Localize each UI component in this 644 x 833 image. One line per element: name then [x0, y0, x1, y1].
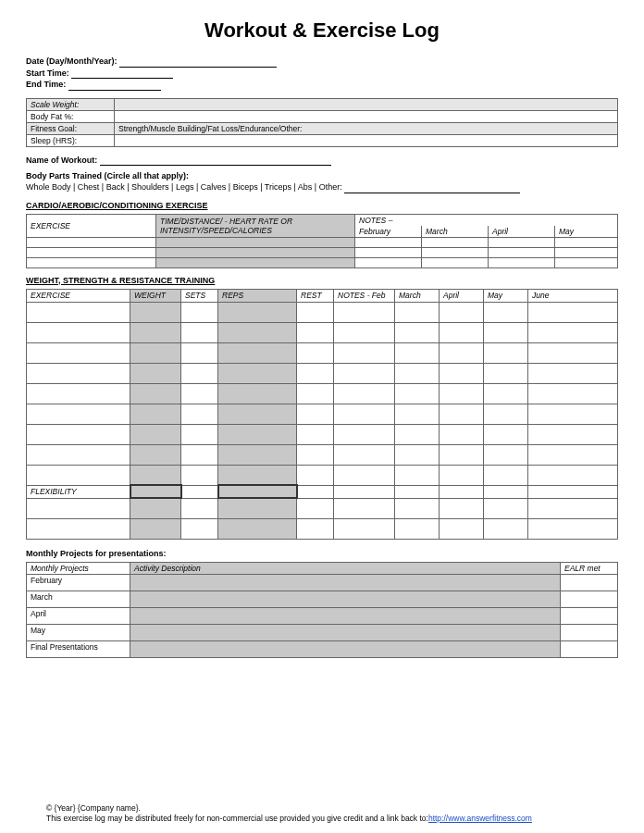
strength-heading: WEIGHT, STRENGTH & RESISTANCE TRAINING [26, 276, 618, 285]
projects-row-0: February [27, 574, 130, 591]
strength-month-3: June [528, 289, 618, 302]
strength-col-rest: REST [297, 289, 334, 302]
fitness-goal-label: Fitness Goal: [27, 122, 115, 134]
sleep-value [115, 134, 618, 146]
cardio-month-0: February [355, 226, 422, 238]
body-fat-value [115, 110, 618, 122]
cardio-col-time: TIME/DISTANCE/ - HEART RATE OR INTENSITY… [156, 214, 355, 237]
strength-month-2: May [484, 289, 528, 302]
cardio-table: EXERCISE TIME/DISTANCE/ - HEART RATE OR … [26, 214, 618, 268]
strength-col-sets: SETS [181, 289, 218, 302]
strength-month-0: March [395, 289, 440, 302]
body-parts-section: Body Parts Trained (Circle all that appl… [26, 171, 618, 193]
flexibility-label: FLEXIBILITY [27, 485, 130, 498]
cardio-col-exercise: EXERCISE [27, 214, 156, 237]
cardio-month-2: April [489, 226, 555, 238]
cardio-col-notes: NOTES – [355, 214, 618, 226]
date-field: Date (Day/Month/Year): [26, 56, 618, 68]
strength-col-exercise: EXERCISE [27, 289, 130, 302]
strength-col-weight: WEIGHT [130, 289, 181, 302]
workout-name-field: Name of Workout: [26, 155, 618, 167]
strength-month-1: April [440, 289, 484, 302]
projects-table: Monthly Projects Activity Description EA… [26, 562, 618, 658]
projects-col-activity: Activity Description [130, 562, 561, 574]
cardio-heading: CARDIO/AEROBIC/CONDITIONING EXERCISE [26, 201, 618, 210]
strength-table: EXERCISE WEIGHT SETS REPS REST NOTES - F… [26, 289, 618, 540]
page-title: Workout & Exercise Log [26, 19, 618, 43]
sleep-label: Sleep (HRS): [27, 134, 115, 146]
footer: © {Year} {Company name}. This exercise l… [46, 803, 618, 824]
cardio-month-3: May [555, 226, 618, 238]
projects-row-4: Final Presentations [27, 640, 130, 657]
start-time-field: Start Time: [26, 68, 618, 80]
footer-link[interactable]: http://www.answerfitness.com [428, 814, 532, 823]
projects-heading: Monthly Projects for presentations: [26, 549, 618, 558]
strength-col-reps: REPS [218, 289, 297, 302]
strength-col-notes: NOTES - Feb [334, 289, 395, 302]
projects-row-3: May [27, 624, 130, 640]
projects-row-1: March [27, 591, 130, 607]
cardio-month-1: March [422, 226, 489, 238]
info-table: Scale Weight: Body Fat %: Fitness Goal: … [26, 98, 618, 147]
end-time-field: End Time: [26, 79, 618, 91]
scale-weight-label: Scale Weight: [27, 98, 115, 110]
projects-row-2: April [27, 607, 130, 624]
projects-col-ealr: EALR met [561, 562, 618, 574]
body-fat-label: Body Fat %: [27, 110, 115, 122]
fitness-goal-value: Strength/Muscle Building/Fat Loss/Endura… [115, 122, 618, 134]
scale-weight-value [115, 98, 618, 110]
projects-col-monthly: Monthly Projects [27, 562, 130, 574]
